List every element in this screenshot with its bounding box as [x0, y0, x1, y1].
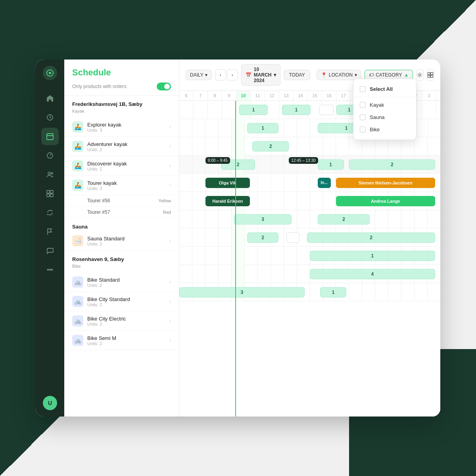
today-button[interactable]: TODAY [284, 70, 310, 80]
svg-rect-17 [428, 75, 430, 78]
booking-bike-electric-1[interactable]: 4 [310, 269, 435, 279]
svg-rect-15 [428, 73, 430, 75]
booking-bike-city-1[interactable]: 1 [310, 251, 435, 261]
chevron-right-icon: › [169, 124, 171, 130]
svg-point-11 [50, 269, 51, 271]
settings-icon-btn[interactable] [416, 69, 423, 81]
row-cells-bike-semi: 3 1 [179, 283, 440, 301]
prev-button[interactable]: ‹ [215, 69, 226, 81]
sauna-checkbox[interactable] [360, 114, 366, 120]
booking-explorer-2[interactable]: 1 [282, 105, 311, 115]
time-col-3: 3 [422, 91, 436, 100]
booking-explorer-3[interactable] [319, 105, 334, 115]
select-all-checkbox[interactable] [360, 86, 366, 92]
time-col-8: 8 [208, 91, 222, 100]
product-info-sauna: Sauna Standard Units: 2 [87, 236, 169, 246]
layout-icon-btn[interactable] [427, 69, 434, 81]
booking-adventurer-1[interactable]: 1 [247, 123, 278, 133]
product-bike-city-electric[interactable]: 🚲 Bike City Electric Units: 2 › [64, 311, 179, 331]
filter-label: Only products with orders: [72, 84, 127, 89]
row-cells-bike-city: 1 [179, 247, 440, 265]
booking-bike-std-2[interactable]: 2 [307, 232, 435, 243]
date-display[interactable]: 📅 10 MARCH 2024 ▾ [241, 64, 281, 86]
location-header-sauna: Sauna [64, 218, 179, 231]
time-col-14: 14 [294, 91, 308, 100]
location-chevron-icon: ▾ [355, 72, 357, 78]
booking-siemen[interactable]: Siemen Nielsen-Jacobsen [336, 178, 435, 188]
row-cells-tourer-count: 9:00 – 9:45 12:45 – 13:30 2 1 2 [179, 155, 440, 174]
bike-checkbox[interactable] [360, 127, 366, 132]
sidebar-item-users[interactable] [41, 166, 59, 183]
time-col-4: 4 [436, 91, 440, 100]
svg-point-6 [51, 173, 53, 174]
dropdown-divider [353, 97, 416, 97]
calendar-icon: 📅 [246, 72, 251, 78]
booking-bike-semi-1[interactable]: 3 [179, 287, 305, 298]
product-icon-sauna: 🛁 [72, 235, 83, 246]
user-avatar[interactable]: U [43, 396, 57, 410]
svg-rect-18 [431, 75, 433, 78]
select-all-item[interactable]: Select All [353, 83, 416, 95]
sidebar-item-sync[interactable] [41, 204, 59, 221]
sidebar-item-history[interactable] [41, 109, 59, 126]
product-units2: Units: 2 [87, 147, 169, 152]
booking-tourer-count-2[interactable]: 1 [318, 159, 344, 170]
product-bike-semi-m[interactable]: 🚲 Bike Semi M Units: 2 › [64, 331, 179, 350]
product-info-bike1: Bike Standard Units: 2 [87, 277, 169, 288]
svg-point-13 [52, 269, 53, 271]
chevron-right-sauna: › [169, 238, 171, 244]
product-name-bike3: Bike City Electric [87, 316, 169, 322]
booking-andrea[interactable]: Andrea Lange [336, 196, 435, 206]
booking-bike-semi-2[interactable]: 1 [320, 287, 346, 298]
svg-point-1 [49, 72, 51, 74]
svg-rect-9 [47, 194, 50, 197]
booking-discoverer-1[interactable]: 2 [252, 141, 289, 152]
dropdown-item-bike[interactable]: Bike [353, 123, 416, 136]
tooltip-time1: 9:00 – 9:45 [205, 157, 230, 164]
sidebar-item-calendar[interactable] [41, 128, 59, 145]
location-sub-2: Bike [64, 264, 179, 273]
product-icon-bike1: 🚲 [72, 276, 83, 288]
sidebar-item-grid[interactable] [41, 185, 59, 202]
page-title: Schedule [72, 67, 171, 78]
nav-arrows: ‹ › [215, 69, 238, 81]
product-info-bike3: Bike City Electric Units: 2 [87, 316, 169, 326]
location-filter-btn[interactable]: 📍 LOCATION ▾ [317, 70, 361, 80]
only-orders-toggle[interactable] [157, 83, 171, 90]
product-icon-kayak2: 🚣 [72, 141, 83, 152]
app-logo[interactable] [43, 66, 57, 80]
booking-in[interactable]: In... [318, 178, 331, 188]
kayak-checkbox[interactable] [360, 102, 366, 108]
booking-explorer-1[interactable]: 1 [239, 105, 268, 115]
dropdown-item-kayak[interactable]: Kayak [353, 99, 416, 111]
product-bike-standard[interactable]: 🚲 Bike Standard Units: 2 › [64, 273, 179, 292]
dropdown-item-sauna[interactable]: Sauna [353, 111, 416, 123]
product-discoverer-kayak[interactable]: 🚣 Discoverer kayak Units: 1 › [64, 156, 179, 176]
product-units-bike3: Units: 2 [87, 322, 169, 326]
sidebar-item-flag[interactable] [41, 223, 59, 240]
sidebar-item-chat2[interactable] [41, 261, 59, 278]
sidebar-item-home[interactable] [41, 90, 59, 107]
booking-sauna-2[interactable]: 2 [318, 214, 370, 225]
sidebar-item-analytics[interactable] [41, 147, 59, 164]
booking-bike-std-1[interactable]: 2 [247, 232, 278, 243]
product-units3: Units: 1 [87, 167, 169, 171]
booking-tourer-count-3[interactable]: 2 [349, 159, 435, 170]
product-sauna-standard[interactable]: 🛁 Sauna Standard Units: 2 › [64, 231, 179, 251]
chevron-right-bike4: › [169, 338, 171, 343]
schedule-panel: Schedule Only products with orders: Fred… [64, 60, 440, 416]
product-info-bike4: Bike Semi M Units: 2 [87, 335, 169, 346]
sidebar-item-chat[interactable] [41, 242, 59, 259]
product-explorer-kayak[interactable]: 🚣 Explorer kayak Units: 3 › [64, 117, 179, 137]
booking-bike-std-gray[interactable] [286, 232, 299, 243]
chevron-right-bike1: › [169, 279, 171, 285]
next-button[interactable]: › [227, 69, 238, 81]
product-bike-city-standard[interactable]: 🚲 Bike City Standard Units: 2 › [64, 292, 179, 311]
booking-harald[interactable]: Harald Eriksen [205, 196, 250, 206]
booking-olga[interactable]: Olga Vik [205, 178, 250, 188]
product-tourer-kayak[interactable]: 🚣 Tourer kayak Units: 3 › [64, 176, 179, 195]
time-col-12: 12 [265, 91, 279, 100]
product-adventurer-kayak[interactable]: 🚣 Adventurer kayak Units: 2 › [64, 137, 179, 156]
view-select[interactable]: DAILY ▾ [186, 70, 212, 80]
booking-sauna-1[interactable]: 3 [234, 214, 292, 225]
